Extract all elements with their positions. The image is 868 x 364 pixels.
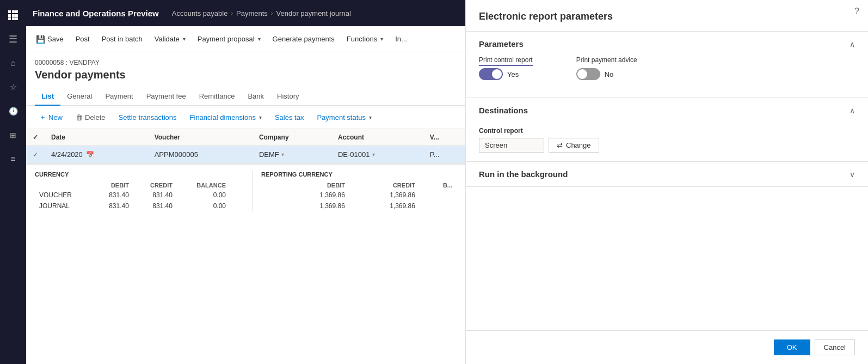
check-all-icon[interactable]: ✓ [33,134,38,141]
breadcrumb-sep-2: › [271,10,273,16]
sales-tax-button[interactable]: Sales tax [270,111,308,124]
reporting-currency-table: DEBIT CREDIT B... 1,369.86 1,369.86 [261,181,457,211]
panel-body: Parameters ∧ Print control report Yes [466,32,868,330]
col-checkbox: ✓ [26,129,45,146]
run-in-background-header[interactable]: Run in the background ∨ [466,162,868,186]
currency-summary-table: DEBIT CREDIT BALANCE VOUCHER 831.40 831.… [35,181,230,211]
svg-rect-7 [12,17,15,20]
journal-title: Vendor payments [35,69,457,81]
tab-remittance[interactable]: Remittance [193,88,242,106]
breadcrumb-accounts-payable[interactable]: Accounts payable [172,9,228,17]
summary-voucher-row: VOUCHER 831.40 831.40 0.00 [35,190,230,201]
svg-rect-6 [8,17,11,20]
breadcrumb-vendor-journal[interactable]: Vendor payment journal [276,9,351,17]
destinations-section-header[interactable]: Destinations ∧ [466,98,868,123]
toolbar: 💾 Save Post Post in batch Validate ▾ Pay… [26,26,465,52]
svg-rect-8 [15,17,18,20]
tab-general[interactable]: General [60,88,99,106]
tab-bank[interactable]: Bank [241,88,270,106]
parameters-section-body: Print control report Yes Print payment a… [466,56,868,98]
breadcrumb-payments[interactable]: Payments [236,9,268,17]
breadcrumb: Accounts payable › Payments › Vendor pay… [172,9,351,17]
col-company: Company [253,129,331,146]
svg-rect-1 [12,10,15,13]
save-button[interactable]: 💾 Save [30,32,69,47]
summary-section: CURRENCY DEBIT CREDIT BALANCE [26,163,465,218]
validate-dropdown-icon: ▾ [183,36,186,42]
tab-history[interactable]: History [270,88,305,106]
grid-view-icon[interactable]: ⊞ [2,124,24,146]
functions-button[interactable]: Functions ▾ [341,32,389,46]
recent-icon[interactable]: 🕐 [2,100,24,122]
svg-rect-0 [8,10,11,13]
financial-dimensions-button[interactable]: Financial dimensions ▾ [186,111,266,124]
post-button[interactable]: Post [70,32,95,46]
validate-button[interactable]: Validate ▾ [149,32,191,46]
topbar: Finance and Operations Preview Accounts … [26,0,465,26]
table-row[interactable]: ✓ 4/24/2020 📅 APPM000005 DEMF ▾ [26,146,465,163]
row-company: DEMF ▾ [253,146,331,163]
change-button[interactable]: ⇄ Change [549,138,599,153]
payment-proposal-button[interactable]: Payment proposal ▾ [192,32,266,46]
post-in-batch-button[interactable]: Post in batch [96,32,148,46]
destinations-section-title: Destinations [479,106,528,115]
inquiries-button[interactable]: In... [390,32,413,46]
change-icon: ⇄ [557,141,563,149]
print-payment-advice-label: Print payment advice [576,56,637,64]
home-icon[interactable]: ⌂ [2,52,24,74]
svg-rect-5 [15,14,18,17]
payment-status-button[interactable]: Payment status ▾ [312,111,376,124]
summary-journal-row: JOURNAL 831.40 831.40 0.00 [35,201,230,211]
svg-rect-3 [8,14,11,17]
svg-rect-2 [15,10,18,13]
settle-transactions-button[interactable]: Settle transactions [114,111,181,124]
question-mark-icon[interactable]: ? [854,7,859,16]
print-payment-value: No [605,70,614,78]
panel-footer: OK Cancel [466,330,868,364]
toggle-pair: Print control report Yes Print payment a… [479,56,855,89]
print-control-toggle[interactable] [479,68,503,80]
col-account: Account [331,129,423,146]
tab-list[interactable]: List [35,88,60,106]
breadcrumb-sep-1: › [231,10,233,16]
print-control-value: Yes [507,70,519,78]
col-voucher: Voucher [148,129,253,146]
control-report-label: Control report [479,127,855,135]
data-grid: ✓ Date Voucher Company Account V... ✓ 4/… [26,129,465,163]
grid-header-row: ✓ Date Voucher Company Account V... [26,129,465,146]
run-in-background-section: Run in the background ∨ [466,162,868,187]
row-checkbox: ✓ [26,146,45,163]
payment-status-dropdown-icon: ▾ [369,114,372,120]
col-date: Date [45,129,148,146]
run-bg-collapse-icon: ∨ [849,170,855,179]
print-payment-toggle[interactable] [576,68,600,80]
control-report-row: Screen ⇄ Change [479,138,855,153]
run-in-background-title: Run in the background [479,169,568,179]
row-date: 4/24/2020 📅 [45,146,148,163]
parameters-section-header[interactable]: Parameters ∧ [466,32,868,56]
generate-payments-button[interactable]: Generate payments [267,32,340,46]
tab-payment[interactable]: Payment [99,88,139,106]
cancel-button[interactable]: Cancel [815,339,855,355]
panel-title: Electronic report parameters [466,0,868,32]
grid-toolbar: ＋ New 🗑 Delete Settle transactions Finan… [26,106,465,129]
summary-currency: CURRENCY DEBIT CREDIT BALANCE [35,171,230,211]
calendar-icon[interactable]: 📅 [86,151,94,159]
apps-icon[interactable] [2,4,24,26]
print-control-toggle-row: Yes [479,68,533,80]
tab-payment-fee[interactable]: Payment fee [140,88,193,106]
ok-button[interactable]: OK [774,339,810,355]
new-button[interactable]: ＋ New [35,110,67,124]
save-icon: 💾 [36,35,45,44]
hamburger-icon[interactable]: ☰ [2,28,24,50]
destinations-collapse-icon: ∧ [849,106,855,115]
row-account: DE-01001 ▾ [331,146,423,163]
right-panel: Electronic report parameters ? Parameter… [465,0,868,364]
print-payment-toggle-row: No [576,68,637,80]
sidebar: ☰ ⌂ ☆ 🕐 ⊞ ≡ [0,0,26,364]
list-view-icon[interactable]: ≡ [2,148,24,170]
star-icon[interactable]: ☆ [2,76,24,98]
app-title: Finance and Operations Preview [33,9,159,18]
company-dropdown-icon: ▾ [281,151,284,157]
delete-button[interactable]: 🗑 Delete [71,111,110,124]
